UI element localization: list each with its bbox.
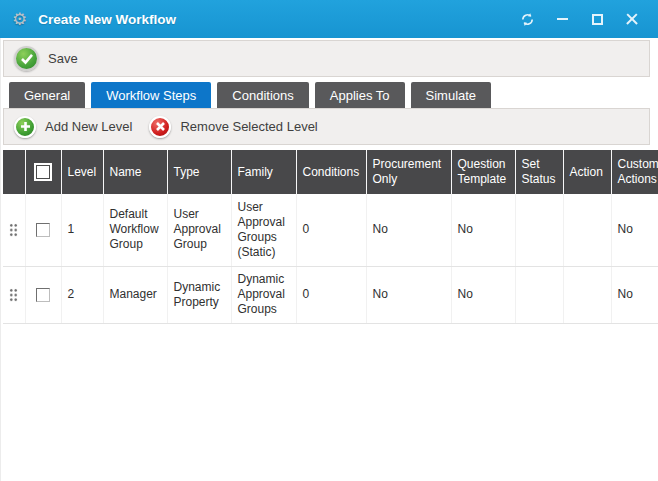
row-checkbox[interactable] <box>36 223 50 237</box>
save-toolbar: Save <box>3 40 650 77</box>
cell-level: 1 <box>61 194 103 266</box>
tab-simulate[interactable]: Simulate <box>411 82 492 108</box>
drag-handle-icon[interactable] <box>9 288 18 302</box>
row-select-cell <box>25 266 61 323</box>
add-new-level-label[interactable]: Add New Level <box>45 119 132 134</box>
column-set-status[interactable]: Set Status <box>515 150 563 194</box>
x-icon <box>155 121 166 132</box>
tab-workflow-steps[interactable]: Workflow Steps <box>91 82 211 108</box>
save-button[interactable] <box>14 46 39 71</box>
cell-action <box>563 194 611 266</box>
create-workflow-window: ⚙ Create New Workflow <box>0 0 658 481</box>
table-row: 1 Default Workflow Group User Approval G… <box>3 194 658 266</box>
close-button[interactable] <box>622 9 642 29</box>
remove-selected-level-label[interactable]: Remove Selected Level <box>180 119 317 134</box>
cell-type: User Approval Group <box>167 194 231 266</box>
column-type[interactable]: Type <box>167 150 231 194</box>
cell-family: User Approval Groups (Static) <box>231 194 296 266</box>
tab-conditions[interactable]: Conditions <box>217 82 308 108</box>
cell-question-template: No <box>451 266 515 323</box>
cell-name: Manager <box>103 266 167 323</box>
table-row: 2 Manager Dynamic Property Dynamic Appro… <box>3 266 658 323</box>
cell-set-status <box>515 266 563 323</box>
column-level[interactable]: Level <box>61 150 103 194</box>
save-label[interactable]: Save <box>48 51 78 66</box>
cell-family: Dynamic Approval Groups <box>231 266 296 323</box>
column-procurement-only[interactable]: Procurement Only <box>366 150 451 194</box>
row-drag-cell <box>3 266 25 323</box>
window-title: Create New Workflow <box>38 12 517 27</box>
cell-conditions: 0 <box>296 194 366 266</box>
cell-level: 2 <box>61 266 103 323</box>
drag-handle-icon[interactable] <box>9 223 18 237</box>
cell-procurement-only: No <box>366 266 451 323</box>
column-drag <box>3 150 25 194</box>
column-action[interactable]: Action <box>563 150 611 194</box>
row-select-cell <box>25 194 61 266</box>
window-content: Save General Workflow Steps Conditions A… <box>0 38 658 481</box>
maximize-button[interactable] <box>587 9 607 29</box>
check-icon <box>20 53 34 65</box>
column-family[interactable]: Family <box>231 150 296 194</box>
column-conditions[interactable]: Conditions <box>296 150 366 194</box>
table-header-row: Level Name Type Family Conditions Procur… <box>3 150 658 194</box>
column-custom-actions[interactable]: Custom Actions <box>611 150 658 194</box>
cell-type: Dynamic Property <box>167 266 231 323</box>
gear-icon: ⚙ <box>12 11 27 28</box>
cell-name: Default Workflow Group <box>103 194 167 266</box>
tab-applies-to[interactable]: Applies To <box>315 82 405 108</box>
plus-icon <box>20 121 31 132</box>
add-new-level-button[interactable] <box>14 116 36 138</box>
remove-selected-level-button[interactable] <box>149 116 171 138</box>
titlebar: ⚙ Create New Workflow <box>0 0 658 38</box>
column-question-template[interactable]: Question Template <box>451 150 515 194</box>
column-name[interactable]: Name <box>103 150 167 194</box>
cell-action <box>563 266 611 323</box>
refresh-button[interactable] <box>517 9 537 29</box>
minimize-button[interactable] <box>552 9 572 29</box>
row-checkbox[interactable] <box>36 288 50 302</box>
cell-procurement-only: No <box>366 194 451 266</box>
cell-question-template: No <box>451 194 515 266</box>
level-actions-toolbar: Add New Level Remove Selected Level <box>3 108 650 145</box>
row-drag-cell <box>3 194 25 266</box>
refresh-icon <box>520 12 535 27</box>
window-controls <box>517 9 642 29</box>
workflow-steps-grid: Level Name Type Family Conditions Procur… <box>3 150 658 324</box>
column-select-all <box>25 150 61 194</box>
tab-strip: General Workflow Steps Conditions Applie… <box>1 77 658 108</box>
tab-general[interactable]: General <box>9 82 85 108</box>
cell-custom-actions: No <box>611 266 658 323</box>
cell-custom-actions: No <box>611 194 658 266</box>
close-icon <box>626 13 638 25</box>
cell-set-status <box>515 194 563 266</box>
select-all-checkbox[interactable] <box>36 165 50 179</box>
maximize-icon <box>592 14 603 25</box>
cell-conditions: 0 <box>296 266 366 323</box>
minimize-icon <box>557 18 568 20</box>
